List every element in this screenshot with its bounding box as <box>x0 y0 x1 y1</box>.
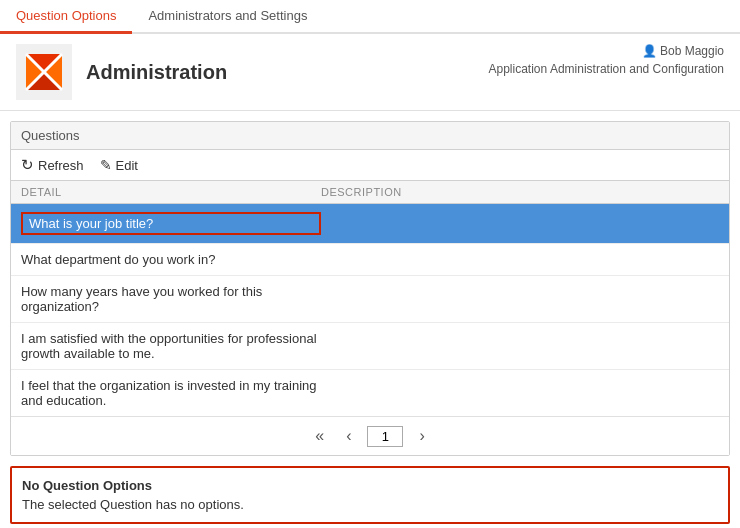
header: Administration 👤 Bob Maggio Application … <box>0 34 740 111</box>
pagination: « ‹ › <box>11 416 729 455</box>
header-subtitle: Application Administration and Configura… <box>489 62 724 76</box>
row-detail: How many years have you worked for this … <box>21 284 321 314</box>
table-row[interactable]: I feel that the organization is invested… <box>11 370 729 416</box>
edit-button[interactable]: Edit <box>100 157 138 173</box>
table-row[interactable]: What is your job title? <box>11 204 729 244</box>
table-rows: What is your job title?What department d… <box>11 204 729 416</box>
table-row[interactable]: What department do you work in? <box>11 244 729 276</box>
toolbar: Refresh Edit <box>11 150 729 181</box>
prev-page-button[interactable]: ‹ <box>340 425 357 447</box>
first-page-button[interactable]: « <box>309 425 330 447</box>
col-detail-header: DETAIL <box>21 186 321 198</box>
row-detail: What is your job title? <box>21 212 321 235</box>
refresh-button[interactable]: Refresh <box>21 156 84 174</box>
panel-header: Questions <box>11 122 729 150</box>
header-user: 👤 Bob Maggio <box>489 44 724 58</box>
tab-bar: Question Options Administrators and Sett… <box>0 0 740 34</box>
refresh-label: Refresh <box>38 158 84 173</box>
edit-label: Edit <box>116 158 138 173</box>
main-content: Questions Refresh Edit DETAIL DESCRIPTIO… <box>0 111 740 524</box>
app-logo-icon <box>22 50 66 94</box>
page-number-input[interactable] <box>367 426 403 447</box>
table-row[interactable]: I am satisfied with the opportunities fo… <box>11 323 729 370</box>
header-title: Administration <box>86 61 227 84</box>
row-detail: What department do you work in? <box>21 252 321 267</box>
user-icon: 👤 <box>642 44 660 58</box>
tab-administrators-settings[interactable]: Administrators and Settings <box>132 0 323 34</box>
row-detail: I am satisfied with the opportunities fo… <box>21 331 321 361</box>
no-options-title: No Question Options <box>22 478 718 493</box>
next-page-button[interactable]: › <box>413 425 430 447</box>
questions-panel: Questions Refresh Edit DETAIL DESCRIPTIO… <box>10 121 730 456</box>
edit-icon <box>100 157 112 173</box>
col-description-header: DESCRIPTION <box>321 186 719 198</box>
no-options-panel: No Question Options The selected Questio… <box>10 466 730 524</box>
no-options-text: The selected Question has no options. <box>22 497 718 512</box>
tab-question-options[interactable]: Question Options <box>0 0 132 34</box>
header-right: 👤 Bob Maggio Application Administration … <box>489 44 724 76</box>
table-row[interactable]: How many years have you worked for this … <box>11 276 729 323</box>
refresh-icon <box>21 156 34 174</box>
row-detail: I feel that the organization is invested… <box>21 378 321 408</box>
logo-box <box>16 44 72 100</box>
column-headers: DETAIL DESCRIPTION <box>11 181 729 204</box>
